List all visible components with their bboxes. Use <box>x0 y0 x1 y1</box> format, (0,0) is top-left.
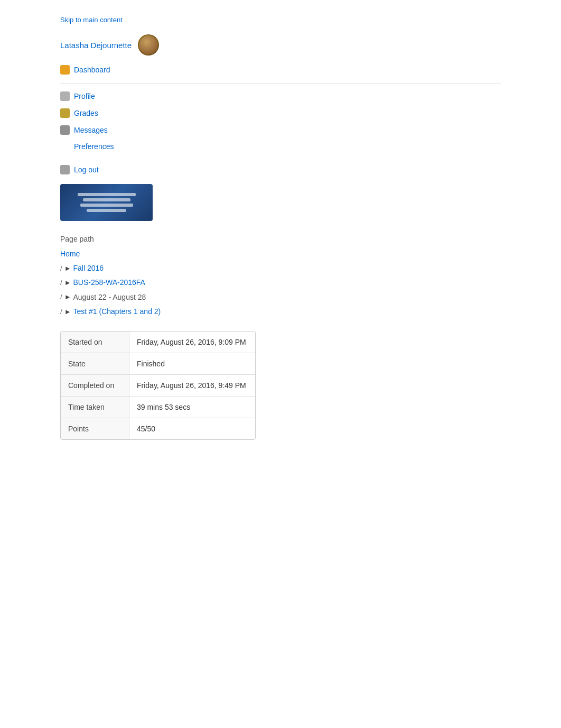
breadcrumb-arrow-4: ► <box>64 306 71 318</box>
breadcrumb-home: Home <box>60 247 501 261</box>
breadcrumb-test: / ► Test #1 (Chapters 1 and 2) <box>60 305 501 318</box>
breadcrumb-sep-2: / <box>60 277 62 289</box>
grades-icon <box>60 108 70 118</box>
avatar <box>138 34 159 56</box>
dashboard-label: Dashboard <box>74 66 110 74</box>
logout-icon <box>60 165 70 174</box>
preferences-label: Preferences <box>74 142 114 151</box>
breadcrumb-fall2016-link[interactable]: Fall 2016 <box>73 262 104 275</box>
state-value: Finished <box>129 353 255 374</box>
sidebar-item-messages[interactable]: Messages <box>0 122 561 139</box>
points-label: Points <box>61 418 129 439</box>
breadcrumb-sep-1: / <box>60 262 62 274</box>
breadcrumb-course-link[interactable]: BUS-258-WA-2016FA <box>73 276 145 289</box>
profile-icon <box>60 91 70 101</box>
logout-link[interactable]: Log out <box>74 165 99 174</box>
started-value: Friday, August 26, 2016, 9:09 PM <box>129 331 255 353</box>
time-value: 39 mins 53 secs <box>129 397 255 418</box>
logo-bar-1 <box>78 193 136 196</box>
time-label: Time taken <box>61 397 129 418</box>
nav-divider <box>60 83 501 84</box>
logo-bar-3 <box>80 204 133 207</box>
breadcrumb-course: / ► BUS-258-WA-2016FA <box>60 276 501 289</box>
dashboard-link[interactable]: Dashboard <box>0 61 561 79</box>
breadcrumb-sep-4: / <box>60 306 62 318</box>
breadcrumb-week-text: August 22 - August 28 <box>73 291 146 304</box>
info-table: Started on Friday, August 26, 2016, 9:09… <box>60 331 256 440</box>
logout-section: Log out <box>0 154 561 179</box>
breadcrumb: Home / ► Fall 2016 / ► BUS-258-WA-2016FA… <box>0 245 561 320</box>
breadcrumb-arrow-1: ► <box>64 262 71 274</box>
breadcrumb-home-link[interactable]: Home <box>60 247 80 261</box>
logo-bar-2 <box>83 198 130 201</box>
started-label: Started on <box>61 331 129 353</box>
user-section: Latasha Dejournette <box>0 29 561 61</box>
messages-icon <box>60 125 70 135</box>
dashboard-icon <box>60 65 70 75</box>
profile-label: Profile <box>74 92 95 100</box>
table-row-time: Time taken 39 mins 53 secs <box>61 397 255 418</box>
site-logo <box>60 184 153 221</box>
table-row-points: Points 45/50 <box>61 418 255 439</box>
logo-bar-4 <box>87 209 126 212</box>
page-path-label: Page path <box>0 226 561 245</box>
messages-label: Messages <box>74 126 108 134</box>
breadcrumb-test-link[interactable]: Test #1 (Chapters 1 and 2) <box>73 305 161 318</box>
points-value: 45/50 <box>129 418 255 439</box>
table-row-completed: Completed on Friday, August 26, 2016, 9:… <box>61 375 255 397</box>
breadcrumb-fall2016: / ► Fall 2016 <box>60 262 501 275</box>
state-label: State <box>61 353 129 374</box>
sidebar-item-profile[interactable]: Profile <box>0 88 561 105</box>
table-row-started: Started on Friday, August 26, 2016, 9:09… <box>61 331 255 353</box>
sidebar-item-grades[interactable]: Grades <box>0 105 561 122</box>
completed-label: Completed on <box>61 375 129 396</box>
avatar-image <box>139 35 158 54</box>
breadcrumb-arrow-2: ► <box>64 277 71 289</box>
table-row-state: State Finished <box>61 353 255 375</box>
sidebar-item-preferences[interactable]: Preferences <box>0 139 561 154</box>
completed-value: Friday, August 26, 2016, 9:49 PM <box>129 375 255 396</box>
breadcrumb-arrow-3: ► <box>64 291 71 303</box>
skip-link[interactable]: Skip to main content <box>0 11 561 29</box>
breadcrumb-sep-3: / <box>60 291 62 303</box>
logo-container <box>0 179 561 226</box>
breadcrumb-week: / ► August 22 - August 28 <box>60 291 501 304</box>
grades-label: Grades <box>74 109 98 117</box>
user-name-link[interactable]: Latasha Dejournette <box>60 41 132 50</box>
logo-text <box>78 193 136 212</box>
